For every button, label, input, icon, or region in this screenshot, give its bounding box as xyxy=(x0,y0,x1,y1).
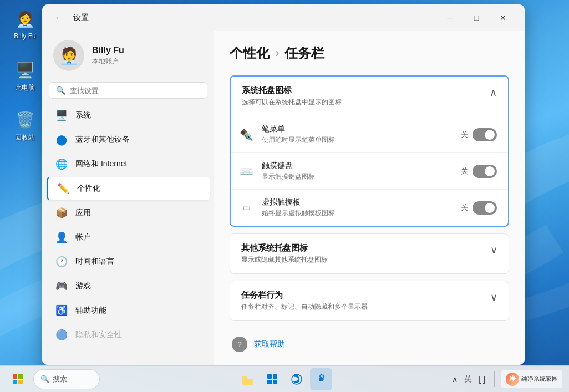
apps-icon: 📦 xyxy=(55,207,68,219)
svg-rect-7 xyxy=(267,374,272,379)
sidebar-item-apps-label: 应用 xyxy=(75,208,91,218)
taskbar-settings[interactable] xyxy=(310,368,332,390)
search-taskbar-icon: 🔍 xyxy=(40,375,49,383)
taskbar-store[interactable] xyxy=(261,368,283,390)
sidebar-item-accounts-label: 帐户 xyxy=(75,232,91,242)
pen-menu-icon: ✒️ xyxy=(238,127,254,142)
section-taskbar-behavior-desc: 任务栏对齐、标记、自动隐藏和多个显示器 xyxy=(241,302,368,312)
pen-menu-desc: 使用笔时显示笔菜单图标 xyxy=(262,135,453,145)
desktop-icon-recycle[interactable]: 🗑️ 回收站 xyxy=(6,105,44,146)
pen-menu-toggle[interactable] xyxy=(473,128,497,141)
section-system-tray: 系统托盘图标 选择可以在系统托盘中显示的图标 ∧ ✒️ 笔菜单 使用笔时显示笔菜… xyxy=(230,75,509,227)
section-system-tray-header[interactable]: 系统托盘图标 选择可以在系统托盘中显示的图标 ∧ xyxy=(231,77,508,116)
tray-input[interactable]: [ ] xyxy=(476,373,487,386)
section-system-tray-title: 系统托盘图标 xyxy=(242,85,342,96)
touch-keyboard-toggle[interactable] xyxy=(473,165,497,178)
gaming-icon: 🎮 xyxy=(55,280,68,292)
svg-rect-9 xyxy=(267,380,272,384)
network-icon: 🌐 xyxy=(55,158,68,170)
desktop-icon-computer[interactable]: 🖥️ 此电脑 xyxy=(6,55,44,96)
sidebar-item-accessibility[interactable]: ♿ 辅助功能 xyxy=(47,299,210,322)
search-taskbar[interactable]: 🔍 搜索 xyxy=(33,369,100,389)
sidebar-item-personalization[interactable]: ✏️ 个性化 xyxy=(47,177,210,200)
sidebar-item-gaming[interactable]: 🎮 游戏 xyxy=(47,274,210,298)
desktop-icon-user[interactable]: 🧑‍💼 Billy Fu xyxy=(6,4,44,43)
setting-item-touch-keyboard: ⌨️ 触摸键盘 显示触摸键盘图标 关 xyxy=(231,153,508,190)
taskbar: 🔍 搜索 xyxy=(0,365,569,392)
bluetooth-icon: ⬤ xyxy=(55,134,68,146)
svg-rect-0 xyxy=(13,374,17,379)
setting-item-pen-menu: ✒️ 笔菜单 使用笔时显示笔菜单图标 关 xyxy=(231,116,508,153)
user-section[interactable]: 🧑‍💼 Billy Fu 本地账户 xyxy=(47,31,210,80)
user-name: Billy Fu xyxy=(92,45,124,55)
section-taskbar-behavior-header[interactable]: 任务栏行为 任务栏对齐、标记、自动隐藏和多个显示器 ∨ xyxy=(230,281,509,320)
section-system-tray-content: ✒️ 笔菜单 使用笔时显示笔菜单图标 关 ⌨️ xyxy=(231,116,508,226)
sidebar-item-accounts[interactable]: 👤 帐户 xyxy=(47,226,210,249)
svg-rect-6 xyxy=(242,379,253,379)
virtual-touchpad-title: 虚拟触摸板 xyxy=(262,197,453,207)
close-button[interactable]: ✕ xyxy=(490,9,516,27)
title-bar: ← 设置 ─ □ ✕ xyxy=(42,4,525,31)
touch-keyboard-icon: ⌨️ xyxy=(238,164,254,179)
chevron-down-icon-2: ∨ xyxy=(490,291,497,303)
maximize-button[interactable]: □ xyxy=(464,9,489,27)
sidebar-item-accessibility-label: 辅助功能 xyxy=(75,306,106,315)
time-icon: 🕐 xyxy=(55,256,68,268)
sidebar-item-system-label: 系统 xyxy=(75,110,91,120)
privacy-icon: 🔵 xyxy=(55,329,68,341)
page-header: 个性化 › 任务栏 xyxy=(230,44,509,62)
section-other-tray-desc: 显示或隐藏其他系统托盘图标 xyxy=(241,255,328,264)
desktop-icon-computer-label: 此电脑 xyxy=(15,83,35,93)
main-content: 个性化 › 任务栏 系统托盘图标 选择可以在系统托盘中显示的图标 ∧ ✒️ xyxy=(214,31,525,365)
accounts-icon: 👤 xyxy=(55,231,68,243)
breadcrumb-parent: 个性化 xyxy=(230,44,270,62)
yidaimei-brand[interactable]: 净 纯净系统家园 xyxy=(501,370,562,388)
brand-label: 纯净系统家园 xyxy=(521,375,558,383)
svg-rect-3 xyxy=(18,380,23,384)
search-box[interactable]: 🔍 xyxy=(49,82,207,99)
feedback-link[interactable]: 📋 提供反馈 xyxy=(230,361,509,365)
settings-window: ← 设置 ─ □ ✕ 🧑‍💼 Billy Fu 本地账户 🔍 xyxy=(42,4,525,365)
search-input[interactable] xyxy=(70,86,200,95)
virtual-touchpad-toggle[interactable] xyxy=(473,201,497,215)
pen-menu-toggle-label: 关 xyxy=(461,130,468,140)
section-taskbar-behavior-title: 任务栏行为 xyxy=(241,290,368,301)
desktop-icon-recycle-label: 回收站 xyxy=(15,133,35,142)
sidebar-item-personalization-label: 个性化 xyxy=(77,184,100,194)
svg-rect-10 xyxy=(273,380,277,384)
sidebar-item-time[interactable]: 🕐 时间和语言 xyxy=(47,250,210,273)
help-icon: ? xyxy=(232,337,247,352)
accessibility-icon: ♿ xyxy=(55,304,68,317)
minimize-button[interactable]: ─ xyxy=(437,9,463,27)
section-taskbar-behavior: 任务栏行为 任务栏对齐、标记、自动隐藏和多个显示器 ∨ xyxy=(230,281,509,321)
sidebar-item-apps[interactable]: 📦 应用 xyxy=(47,201,210,225)
taskbar-files[interactable] xyxy=(237,368,259,390)
breadcrumb-separator: › xyxy=(275,46,279,60)
tray-lang[interactable]: 英 xyxy=(462,372,474,386)
system-icon: 🖥️ xyxy=(55,109,68,121)
svg-rect-5 xyxy=(242,379,253,385)
virtual-touchpad-icon: ▭ xyxy=(238,200,254,216)
chevron-up-icon: ∧ xyxy=(490,86,497,99)
help-link[interactable]: ? 获取帮助 xyxy=(230,328,509,361)
personalization-icon: ✏️ xyxy=(57,182,69,195)
sidebar-item-network[interactable]: 🌐 网络和 Internet xyxy=(47,152,210,176)
sidebar-item-gaming-label: 游戏 xyxy=(75,281,91,291)
svg-rect-2 xyxy=(13,380,17,384)
sidebar-item-privacy[interactable]: 🔵 隐私和安全性 xyxy=(47,323,210,347)
sidebar-item-bluetooth[interactable]: ⬤ 蓝牙和其他设备 xyxy=(47,128,210,151)
sidebar-item-privacy-label: 隐私和安全性 xyxy=(75,330,122,340)
virtual-touchpad-toggle-label: 关 xyxy=(461,203,468,213)
desktop-icon-user-label: Billy Fu xyxy=(14,32,35,40)
virtual-touchpad-desc: 始终显示虚拟触摸板图标 xyxy=(262,208,453,218)
breadcrumb-current: 任务栏 xyxy=(284,44,324,62)
back-button[interactable]: ← xyxy=(51,10,67,26)
svg-rect-1 xyxy=(18,374,23,379)
sidebar-item-system[interactable]: 🖥️ 系统 xyxy=(47,104,210,127)
tray-expand-icon[interactable]: ∧ xyxy=(450,373,460,386)
svg-rect-8 xyxy=(273,374,277,379)
start-button[interactable] xyxy=(7,368,29,390)
section-other-tray-header[interactable]: 其他系统托盘图标 显示或隐藏其他系统托盘图标 ∨ xyxy=(230,234,509,273)
section-system-tray-desc: 选择可以在系统托盘中显示的图标 xyxy=(242,98,342,107)
taskbar-edge[interactable] xyxy=(286,368,308,390)
